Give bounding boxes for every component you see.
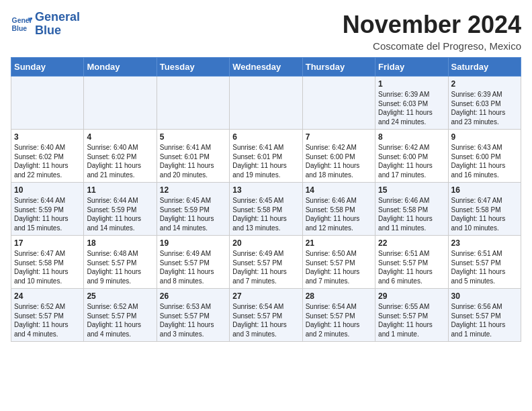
- cell-w1-d6: 2Sunrise: 6:39 AM Sunset: 6:03 PM Daylig…: [448, 77, 521, 130]
- day-number: 25: [87, 291, 153, 301]
- week-row-2: 3Sunrise: 6:40 AM Sunset: 6:02 PM Daylig…: [11, 130, 521, 183]
- cell-w4-d5: 22Sunrise: 6:51 AM Sunset: 5:57 PM Dayli…: [375, 236, 448, 289]
- cell-w3-d6: 16Sunrise: 6:47 AM Sunset: 5:58 PM Dayli…: [448, 183, 521, 236]
- day-number: 14: [306, 185, 372, 195]
- day-number: 20: [232, 238, 299, 248]
- cell-content: Sunrise: 6:40 AM Sunset: 6:02 PM Dayligh…: [87, 143, 153, 179]
- cell-w2-d1: 4Sunrise: 6:40 AM Sunset: 6:02 PM Daylig…: [84, 130, 157, 183]
- cell-w2-d3: 6Sunrise: 6:41 AM Sunset: 6:01 PM Daylig…: [230, 130, 302, 183]
- cell-content: Sunrise: 6:54 AM Sunset: 5:57 PM Dayligh…: [306, 302, 372, 338]
- cell-content: Sunrise: 6:51 AM Sunset: 5:57 PM Dayligh…: [378, 249, 445, 285]
- svg-text:Blue: Blue: [12, 24, 28, 32]
- cell-w1-d0: [11, 77, 84, 130]
- cell-content: Sunrise: 6:41 AM Sunset: 6:01 PM Dayligh…: [232, 143, 299, 179]
- day-number: 3: [14, 132, 81, 142]
- cell-content: Sunrise: 6:41 AM Sunset: 6:01 PM Dayligh…: [160, 143, 226, 179]
- cell-w4-d0: 17Sunrise: 6:47 AM Sunset: 5:58 PM Dayli…: [11, 236, 84, 289]
- day-number: 28: [306, 291, 372, 301]
- cell-w4-d4: 21Sunrise: 6:50 AM Sunset: 5:57 PM Dayli…: [302, 236, 375, 289]
- generalblue-logo-icon: General Blue: [11, 13, 32, 35]
- cell-w4-d6: 23Sunrise: 6:51 AM Sunset: 5:57 PM Dayli…: [448, 236, 521, 289]
- cell-content: Sunrise: 6:52 AM Sunset: 5:57 PM Dayligh…: [87, 302, 153, 338]
- cell-w3-d3: 13Sunrise: 6:45 AM Sunset: 5:58 PM Dayli…: [230, 183, 302, 236]
- day-number: 12: [160, 185, 226, 195]
- day-number: 26: [160, 291, 226, 301]
- logo-text-blue: Blue: [35, 24, 80, 38]
- cell-content: Sunrise: 6:52 AM Sunset: 5:57 PM Dayligh…: [14, 302, 81, 338]
- header-monday: Monday: [84, 58, 157, 77]
- cell-content: Sunrise: 6:49 AM Sunset: 5:57 PM Dayligh…: [232, 249, 299, 285]
- day-number: 24: [14, 291, 81, 301]
- cell-content: Sunrise: 6:48 AM Sunset: 5:57 PM Dayligh…: [87, 249, 153, 285]
- cell-content: Sunrise: 6:43 AM Sunset: 6:00 PM Dayligh…: [451, 143, 518, 179]
- week-row-4: 17Sunrise: 6:47 AM Sunset: 5:58 PM Dayli…: [11, 236, 521, 289]
- cell-w1-d1: [84, 77, 157, 130]
- day-number: 23: [451, 238, 518, 248]
- cell-content: Sunrise: 6:49 AM Sunset: 5:57 PM Dayligh…: [160, 249, 226, 285]
- day-number: 2: [451, 79, 518, 89]
- cell-w1-d2: [157, 77, 229, 130]
- day-number: 5: [160, 132, 226, 142]
- week-row-5: 24Sunrise: 6:52 AM Sunset: 5:57 PM Dayli…: [11, 289, 521, 342]
- cell-w1-d3: [230, 77, 302, 130]
- cell-w5-d1: 25Sunrise: 6:52 AM Sunset: 5:57 PM Dayli…: [84, 289, 157, 342]
- cell-w5-d2: 26Sunrise: 6:53 AM Sunset: 5:57 PM Dayli…: [157, 289, 229, 342]
- header-friday: Friday: [375, 58, 448, 77]
- cell-w5-d4: 28Sunrise: 6:54 AM Sunset: 5:57 PM Dayli…: [302, 289, 375, 342]
- cell-content: Sunrise: 6:40 AM Sunset: 6:02 PM Dayligh…: [14, 143, 81, 179]
- day-number: 18: [87, 238, 153, 248]
- cell-content: Sunrise: 6:47 AM Sunset: 5:58 PM Dayligh…: [14, 249, 81, 285]
- day-number: 27: [232, 291, 299, 301]
- location-subtitle: Coscomate del Progreso, Mexico: [343, 40, 521, 52]
- cell-content: Sunrise: 6:42 AM Sunset: 6:00 PM Dayligh…: [378, 143, 445, 179]
- day-number: 29: [378, 291, 445, 301]
- calendar-table: Sunday Monday Tuesday Wednesday Thursday…: [11, 57, 521, 342]
- cell-w5-d3: 27Sunrise: 6:54 AM Sunset: 5:57 PM Dayli…: [230, 289, 302, 342]
- day-number: 1: [378, 79, 445, 89]
- day-number: 8: [378, 132, 445, 142]
- day-number: 17: [14, 238, 81, 248]
- cell-w3-d1: 11Sunrise: 6:44 AM Sunset: 5:59 PM Dayli…: [84, 183, 157, 236]
- cell-w2-d4: 7Sunrise: 6:42 AM Sunset: 6:00 PM Daylig…: [302, 130, 375, 183]
- cell-w1-d4: [302, 77, 375, 130]
- day-number: 15: [378, 185, 445, 195]
- day-number: 22: [378, 238, 445, 248]
- week-row-1: 1Sunrise: 6:39 AM Sunset: 6:03 PM Daylig…: [11, 77, 521, 130]
- header-wednesday: Wednesday: [230, 58, 302, 77]
- header-area: General Blue General Blue November 2024 …: [11, 11, 521, 52]
- day-number: 6: [232, 132, 299, 142]
- logo: General Blue General Blue: [11, 11, 80, 38]
- weekday-header-row: Sunday Monday Tuesday Wednesday Thursday…: [11, 58, 521, 77]
- cell-content: Sunrise: 6:42 AM Sunset: 6:00 PM Dayligh…: [306, 143, 372, 179]
- cell-w4-d2: 19Sunrise: 6:49 AM Sunset: 5:57 PM Dayli…: [157, 236, 229, 289]
- header-tuesday: Tuesday: [157, 58, 229, 77]
- cell-content: Sunrise: 6:39 AM Sunset: 6:03 PM Dayligh…: [378, 90, 445, 126]
- cell-content: Sunrise: 6:55 AM Sunset: 5:57 PM Dayligh…: [378, 302, 445, 338]
- cell-w2-d6: 9Sunrise: 6:43 AM Sunset: 6:00 PM Daylig…: [448, 130, 521, 183]
- day-number: 7: [306, 132, 372, 142]
- header-sunday: Sunday: [11, 58, 84, 77]
- header-saturday: Saturday: [448, 58, 521, 77]
- cell-content: Sunrise: 6:47 AM Sunset: 5:58 PM Dayligh…: [451, 196, 518, 232]
- day-number: 10: [14, 185, 81, 195]
- cell-content: Sunrise: 6:54 AM Sunset: 5:57 PM Dayligh…: [232, 302, 299, 338]
- cell-content: Sunrise: 6:39 AM Sunset: 6:03 PM Dayligh…: [451, 90, 518, 126]
- cell-w3-d5: 15Sunrise: 6:46 AM Sunset: 5:58 PM Dayli…: [375, 183, 448, 236]
- cell-w3-d2: 12Sunrise: 6:45 AM Sunset: 5:59 PM Dayli…: [157, 183, 229, 236]
- cell-content: Sunrise: 6:45 AM Sunset: 5:58 PM Dayligh…: [232, 196, 299, 232]
- day-number: 4: [87, 132, 153, 142]
- cell-w4-d3: 20Sunrise: 6:49 AM Sunset: 5:57 PM Dayli…: [230, 236, 302, 289]
- logo-text-general: General: [35, 11, 80, 24]
- cell-content: Sunrise: 6:44 AM Sunset: 5:59 PM Dayligh…: [14, 196, 81, 232]
- cell-content: Sunrise: 6:45 AM Sunset: 5:59 PM Dayligh…: [160, 196, 226, 232]
- cell-content: Sunrise: 6:44 AM Sunset: 5:59 PM Dayligh…: [87, 196, 153, 232]
- cell-w2-d0: 3Sunrise: 6:40 AM Sunset: 6:02 PM Daylig…: [11, 130, 84, 183]
- day-number: 30: [451, 291, 518, 301]
- cell-w3-d4: 14Sunrise: 6:46 AM Sunset: 5:58 PM Dayli…: [302, 183, 375, 236]
- cell-content: Sunrise: 6:53 AM Sunset: 5:57 PM Dayligh…: [160, 302, 226, 338]
- cell-w3-d0: 10Sunrise: 6:44 AM Sunset: 5:59 PM Dayli…: [11, 183, 84, 236]
- header-thursday: Thursday: [302, 58, 375, 77]
- cell-content: Sunrise: 6:56 AM Sunset: 5:57 PM Dayligh…: [451, 302, 518, 338]
- day-number: 13: [232, 185, 299, 195]
- cell-w4-d1: 18Sunrise: 6:48 AM Sunset: 5:57 PM Dayli…: [84, 236, 157, 289]
